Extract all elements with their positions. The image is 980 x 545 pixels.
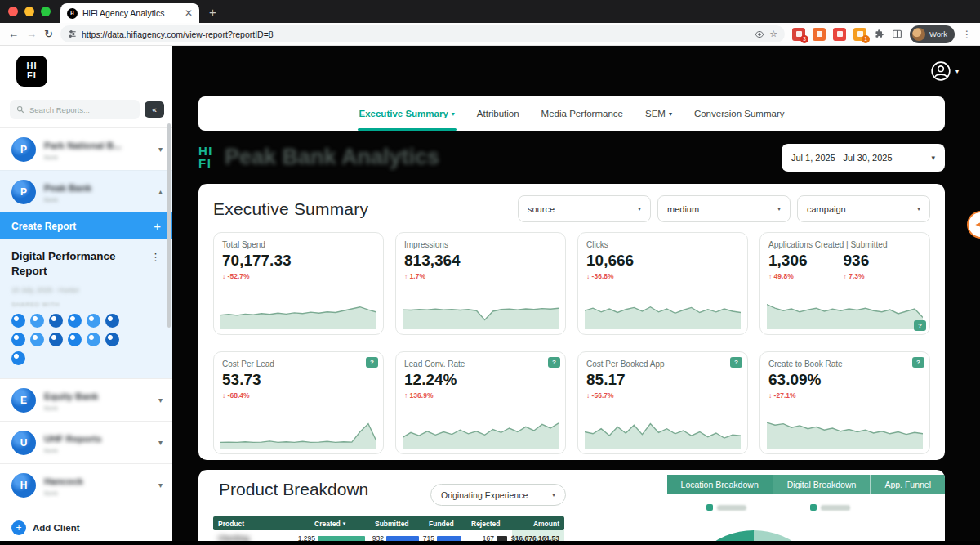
sidebar-client-0[interactable]: P Park National B... Bank ▾ bbox=[0, 127, 172, 170]
legend-swatch bbox=[810, 504, 817, 511]
tab-app-funnel[interactable]: App. Funnel bbox=[871, 475, 945, 494]
shared-avatar bbox=[105, 314, 119, 328]
selected-report[interactable]: Digital Performance Report ⋮ 10 July, 20… bbox=[0, 239, 172, 378]
reload-button[interactable]: ↻ bbox=[44, 29, 53, 39]
sidebar-client-1[interactable]: P Peak Bank Bank ▴ bbox=[0, 170, 172, 212]
extension-icon-2[interactable] bbox=[813, 28, 826, 41]
report-title: Digital Performance Report bbox=[11, 249, 134, 278]
chevron-down-icon[interactable]: ▾ bbox=[158, 480, 163, 489]
browser-menu-icon[interactable]: ⋮ bbox=[962, 29, 972, 40]
campaign-filter-dropdown[interactable]: campaign ▾ bbox=[797, 195, 930, 222]
chevron-down-icon[interactable]: ▾ bbox=[158, 438, 163, 447]
back-button[interactable]: ← bbox=[8, 29, 19, 39]
tab-split-icon[interactable] bbox=[892, 29, 902, 39]
tab-location-breakdown[interactable]: Location Breakdown bbox=[667, 475, 773, 494]
sidebar-scrollbar[interactable] bbox=[167, 123, 171, 328]
kpi-value: 63.09% bbox=[768, 371, 921, 389]
shared-avatar bbox=[30, 333, 44, 346]
col-funded[interactable]: Funded bbox=[424, 520, 466, 528]
kpi-change: ↓ -52.7% bbox=[222, 272, 375, 280]
col-submitted[interactable]: Submitted bbox=[370, 520, 424, 528]
search-reports-input[interactable]: Search Reports... bbox=[10, 100, 140, 119]
client-name: UHF Reports bbox=[44, 434, 101, 444]
password-eye-icon[interactable] bbox=[755, 29, 764, 39]
help-icon[interactable]: ? bbox=[366, 357, 378, 368]
col-created[interactable]: Created ▾ bbox=[310, 520, 370, 528]
tab-attribution[interactable]: Attribution bbox=[477, 96, 519, 131]
tab-executive-summary[interactable]: Executive Summary ▾ bbox=[359, 96, 455, 131]
bird-icon bbox=[973, 217, 980, 232]
sparkline-chart bbox=[403, 292, 559, 329]
sidebar-client-2[interactable]: E Equity Bank Bank ▾ bbox=[0, 378, 172, 421]
medium-filter-dropdown[interactable]: medium ▾ bbox=[657, 195, 791, 222]
client-avatar: P bbox=[11, 180, 36, 204]
url-text[interactable]: https://data.hifiagency.com/view-report?… bbox=[82, 29, 750, 39]
tab-media-performance[interactable]: Media Performance bbox=[541, 96, 623, 131]
favicon-icon: H bbox=[67, 8, 78, 19]
help-icon[interactable]: ? bbox=[914, 320, 926, 331]
chevron-up-icon[interactable]: ▴ bbox=[158, 187, 163, 196]
tab-conversion-summary[interactable]: Conversion Summary bbox=[694, 96, 785, 131]
col-amount[interactable]: Amount bbox=[512, 520, 564, 528]
kpi-value: 53.73 bbox=[222, 371, 375, 389]
tab-label: SEM bbox=[645, 109, 666, 118]
sidebar-client-4[interactable]: H Hancock Bank ▾ bbox=[0, 463, 172, 506]
close-window-button[interactable] bbox=[8, 7, 18, 16]
account-icon[interactable] bbox=[930, 60, 951, 82]
source-filter-dropdown[interactable]: source ▾ bbox=[518, 195, 651, 222]
client-avatar: H bbox=[11, 473, 36, 498]
extensions-puzzle-icon[interactable] bbox=[874, 29, 884, 39]
help-icon[interactable]: ? bbox=[730, 357, 742, 368]
fullscreen-window-button[interactable] bbox=[41, 7, 51, 16]
help-icon[interactable]: ? bbox=[548, 357, 560, 368]
dashboard-topbar: ▾ bbox=[172, 46, 980, 96]
logo-bottom: FI bbox=[27, 71, 37, 81]
report-menu-icon[interactable]: ⋮ bbox=[150, 251, 161, 263]
profile-label: Work bbox=[929, 29, 947, 38]
tab-digital-breakdown[interactable]: Digital Breakdown bbox=[773, 475, 871, 494]
extension-icon-3[interactable] bbox=[833, 28, 846, 41]
sidebar-collapse-button[interactable]: « bbox=[145, 101, 164, 118]
kpi-value: 12.24% bbox=[404, 371, 557, 389]
tab-sem[interactable]: SEM ▾ bbox=[645, 96, 672, 131]
browser-profile-chip[interactable]: Work bbox=[910, 25, 955, 43]
kpi-change: ↓ -68.4% bbox=[222, 391, 375, 400]
tab-close-icon[interactable]: ✕ bbox=[185, 7, 193, 19]
kpi-card-lead-conv-rate: Lead Conv. Rate 12.24% ↑ 136.9% ? bbox=[395, 351, 566, 454]
help-icon[interactable]: ? bbox=[912, 357, 924, 368]
sidebar-client-3[interactable]: U UHF Reports Bank ▾ bbox=[0, 421, 172, 463]
new-tab-button[interactable]: + bbox=[209, 5, 216, 19]
extension-icon-1[interactable]: 3 bbox=[792, 28, 805, 41]
kpi-label: Applications Created | Submitted bbox=[768, 240, 921, 249]
minimize-window-button[interactable] bbox=[24, 7, 34, 16]
chevron-down-icon: ▾ bbox=[452, 110, 455, 118]
filter-value: source bbox=[528, 204, 555, 214]
chevron-down-icon[interactable]: ▾ bbox=[158, 145, 163, 154]
report-meta: 10 July, 2025 - Hunter bbox=[11, 286, 161, 294]
browser-tab[interactable]: H HiFi Agency Analytics ✕ bbox=[60, 3, 199, 23]
product-breakdown-card: Product Breakdown Originating Experience… bbox=[198, 470, 945, 545]
main-content: ▾ Executive Summary ▾ Attribution Media … bbox=[172, 46, 980, 545]
date-range-picker[interactable]: Jul 1, 2025 - Jul 30, 2025 ▾ bbox=[782, 144, 945, 172]
shared-avatar bbox=[68, 314, 82, 328]
kpi-card-total-spend: Total Spend 70,177.33 ↓ -52.7% bbox=[213, 232, 384, 335]
bookmark-star-icon[interactable]: ☆ bbox=[769, 29, 777, 39]
chevron-down-icon[interactable]: ▾ bbox=[956, 68, 959, 75]
tune-icon[interactable] bbox=[68, 29, 77, 38]
hifi-logo: HI FI bbox=[16, 56, 47, 87]
donut-legend bbox=[706, 504, 850, 511]
kpi-change: ↑ 49.8% bbox=[768, 272, 808, 280]
client-avatar: U bbox=[11, 431, 36, 455]
kpi-value: 10,666 bbox=[586, 252, 739, 270]
address-bar[interactable]: https://data.hifiagency.com/view-report?… bbox=[60, 25, 785, 42]
kpi-change: ↑ 136.9% bbox=[404, 391, 557, 400]
add-client-button[interactable]: + Add Client bbox=[11, 520, 80, 535]
originating-experience-dropdown[interactable]: Originating Experience ▾ bbox=[430, 484, 566, 506]
extension-icon-4[interactable]: 1 bbox=[853, 28, 866, 41]
col-product[interactable]: Product bbox=[213, 520, 310, 528]
chevron-down-icon[interactable]: ▾ bbox=[158, 395, 163, 404]
col-rejected[interactable]: Rejected bbox=[466, 520, 512, 528]
forward-button[interactable]: → bbox=[26, 29, 37, 39]
create-report-button[interactable]: Create Report + bbox=[0, 212, 172, 239]
legend-swatch bbox=[706, 504, 713, 511]
